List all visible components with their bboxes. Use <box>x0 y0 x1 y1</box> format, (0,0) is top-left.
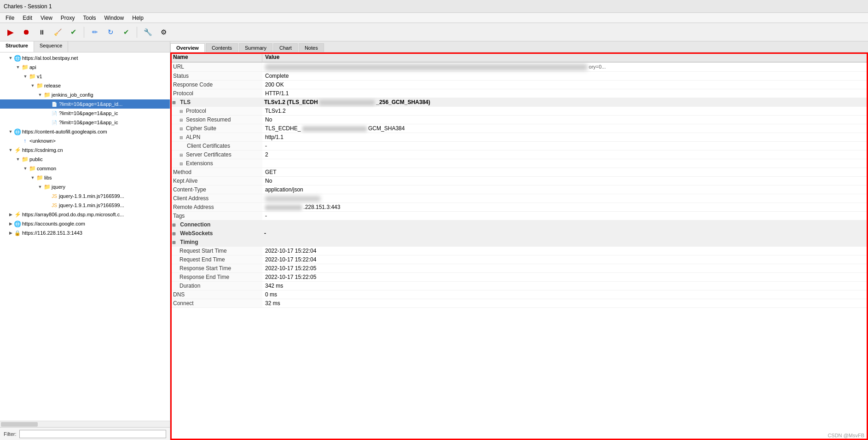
tree-item-bestpay[interactable]: ▼ 🌐 https://al.tool.bestpay.net <box>0 53 170 63</box>
value-dns: 0 ms <box>262 290 868 299</box>
tree-item-libs[interactable]: ▼ 📁 libs <box>0 173 170 182</box>
lightning-icon: ⚡ <box>14 211 21 218</box>
name-response-code: Response Code <box>170 80 262 89</box>
tab-notes[interactable]: Notes <box>299 43 324 52</box>
name-timing: ⊞ Timing <box>170 237 262 246</box>
expand-timing-icon: ⊞ <box>172 240 179 245</box>
menu-edit[interactable]: Edit <box>19 14 36 22</box>
hscroll-bar[interactable] <box>0 421 170 427</box>
arrow-icon: ↑ <box>21 137 29 145</box>
menu-proxy[interactable]: Proxy <box>57 14 79 22</box>
name-tls-protocol: ⊞Protocol <box>170 106 262 115</box>
tree-container[interactable]: ▼ 🌐 https://al.tool.bestpay.net ▼ 📁 api … <box>0 52 170 421</box>
filter-input[interactable] <box>19 430 167 438</box>
value-timing <box>262 237 868 246</box>
compose-button[interactable]: ✏ <box>88 26 102 39</box>
menu-help[interactable]: Help <box>128 14 147 22</box>
tab-chart[interactable]: Chart <box>273 43 298 52</box>
name-response-start: Response Start Time <box>170 264 262 272</box>
value-client-address <box>262 194 868 203</box>
menu-view[interactable]: View <box>37 14 56 22</box>
tree-item-jquery2[interactable]: JS jquery-1.9.1.min.js?166599... <box>0 201 170 210</box>
tools-button[interactable]: 🔧 <box>141 26 155 39</box>
tree-item-v1[interactable]: ▼ 📁 v1 <box>0 72 170 81</box>
tree-item-api[interactable]: ▼ 📁 api <box>0 63 170 72</box>
row-server-certs: ⊞Server Certificates 2 <box>170 150 868 159</box>
value-cipher-suite: TLS_ECDHE_ GCM_SHA384 <box>262 124 868 133</box>
menu-window[interactable]: Window <box>101 14 128 22</box>
left-panel: Structure Sequence ▼ 🌐 https://al.tool.b… <box>0 41 170 440</box>
tree-item-microsoft[interactable]: ▶ ⚡ https://array806.prod.do.dsp.mp.micr… <box>0 210 170 219</box>
expand-tls-icon: ⊞ <box>172 100 179 105</box>
record-button[interactable]: ⏺ <box>19 26 33 39</box>
value-response-start: 2022-10-17 15:22:05 <box>262 264 868 272</box>
validate-button[interactable]: ✔ <box>119 26 133 39</box>
row-tls-header[interactable]: ⊞ TLS TLSv1.2 (TLS_ECDH _256_GCM_SHA384) <box>170 98 868 106</box>
name-tls: ⊞ TLS <box>170 98 262 106</box>
name-alpn: ⊞ALPN <box>170 133 262 141</box>
title-bar: Charles - Session 1 <box>0 0 868 13</box>
row-connection[interactable]: ⊞ Connection <box>170 220 868 229</box>
tree-item-limit2[interactable]: 📄 ?limit=10&page=1&app_ic <box>0 109 170 118</box>
right-panel: Overview Contents Summary Chart Notes Na… <box>170 41 868 440</box>
tree-item-unknown[interactable]: ↑ <unknown> <box>0 136 170 145</box>
start-button[interactable]: ▶ <box>4 26 17 39</box>
row-client-certs: Client Certificates - <box>170 141 868 150</box>
row-client-address: Client Address <box>170 194 868 203</box>
tab-overview[interactable]: Overview <box>170 43 205 52</box>
value-connect: 32 ms <box>262 299 868 307</box>
tab-sequence[interactable]: Sequence <box>34 41 69 52</box>
tab-summary[interactable]: Summary <box>239 43 272 52</box>
tree-item-googleapis[interactable]: ▼ 🌐 https://content-autofill.googleapis.… <box>0 127 170 136</box>
value-websockets: - <box>262 229 868 237</box>
stop-button[interactable]: ⏸ <box>35 26 49 39</box>
tab-structure[interactable]: Structure <box>0 41 34 52</box>
row-timing[interactable]: ⊞ Timing <box>170 237 868 246</box>
row-extensions: ⊞Extensions <box>170 159 868 168</box>
tree-item-google[interactable]: ▶ 🌐 https://accounts.google.com <box>0 219 170 228</box>
menu-tools[interactable]: Tools <box>80 14 100 22</box>
expand-extensions-icon: ⊞ <box>179 162 186 166</box>
name-dns: DNS <box>170 290 262 299</box>
name-content-type: Content-Type <box>170 185 262 194</box>
folder-icon: 📁 <box>29 73 36 80</box>
toolbar: ▶ ⏺ ⏸ 🧹 ✔ ✏ ↻ ✔ 🔧 ⚙ <box>0 23 868 41</box>
name-connection: ⊞ Connection <box>170 220 262 229</box>
value-protocol: HTTP/1.1 <box>262 89 868 98</box>
tree-item-limit1[interactable]: 📄 ?limit=10&page=1&app_id... <box>0 99 170 109</box>
tree-item-csdnimg[interactable]: ▼ ⚡ https://csdnimg.cn <box>0 145 170 155</box>
tree-item-jenkins[interactable]: ▼ 📁 jenkins_job_config <box>0 90 170 99</box>
filter-bar: Filter: <box>0 427 170 440</box>
menu-file[interactable]: File <box>2 14 18 22</box>
tree-item-limit3[interactable]: 📄 ?limit=10&page=1&app_ic <box>0 118 170 127</box>
watermark: CSDN @MsvFB <box>827 433 864 438</box>
row-alpn: ⊞ALPN http/1.1 <box>170 133 868 141</box>
globe-icon: 🌐 <box>14 54 21 62</box>
row-websockets[interactable]: ⊞ WebSockets - <box>170 229 868 237</box>
row-session-resumed: ⊞Session Resumed No <box>170 115 868 124</box>
refresh-button[interactable]: ↻ <box>104 26 117 39</box>
value-alpn: http/1.1 <box>262 133 868 141</box>
row-status: Status Complete <box>170 71 868 80</box>
tree-item-116[interactable]: ▶ 🔒 https://116.228.151.3:1443 <box>0 228 170 237</box>
tree-item-jquery-folder[interactable]: ▼ 📁 jquery <box>0 182 170 191</box>
tab-contents[interactable]: Contents <box>206 43 238 52</box>
tree-item-public[interactable]: ▼ 📁 public <box>0 155 170 164</box>
folder-icon: 📁 <box>36 174 43 181</box>
folder-icon: 📁 <box>43 91 51 98</box>
hscroll-thumb[interactable] <box>1 422 38 427</box>
toolbar-separator-2 <box>137 27 137 38</box>
value-server-certs: 2 <box>262 150 868 159</box>
name-request-end: Request End Time <box>170 255 262 264</box>
settings-button[interactable]: ⚙ <box>156 26 170 39</box>
value-request-end: 2022-10-17 15:22:04 <box>262 255 868 264</box>
value-session-resumed: No <box>262 115 868 124</box>
checkmark-button[interactable]: ✔ <box>66 26 80 39</box>
tree-item-release[interactable]: ▼ 📁 release <box>0 81 170 90</box>
tree-item-common[interactable]: ▼ 📁 common <box>0 164 170 173</box>
tree-item-jquery1[interactable]: JS jquery-1.9.1.min.js?166599... <box>0 191 170 201</box>
clear-button[interactable]: 🧹 <box>51 26 64 39</box>
details-container[interactable]: Name Value URL ory=0... Status <box>170 52 868 440</box>
name-client-address: Client Address <box>170 194 262 203</box>
name-extensions: ⊞Extensions <box>170 159 262 168</box>
